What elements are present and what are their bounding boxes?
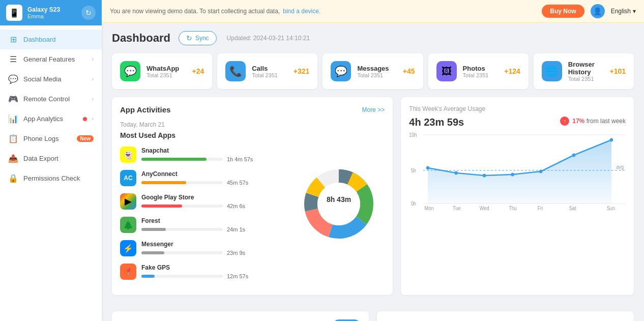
sync-icon: ↻ [186,34,192,42]
sidebar-item-label: Data Export [23,155,94,162]
permissions-icon: 🔒 [8,173,18,183]
app-bar-bg [141,275,223,278]
svg-text:5h: 5h [411,168,416,173]
app-bar-bg [141,228,223,231]
buy-now-button[interactable]: Buy Now [542,5,584,18]
stat-total: Total 2351 [252,72,287,78]
stat-card-calls: 📞 Calls Total 2351 +321 [217,53,317,89]
list-item: 🌲 Forest 24m 1s [120,217,283,233]
sidebar-item-social[interactable]: 💬 Social Media › [0,69,102,89]
snapchat-icon: 👻 [120,147,136,163]
svg-text:Tue: Tue [453,206,461,211]
sidebar: 📱 Galaxy S23 Emma ↻ ⊞ Dashboard ☰ Genera… [0,0,102,321]
weekly-time: 4h 23m 59s [409,116,464,128]
app-bar-wrap: 1h 4m 57s [141,156,283,162]
svg-text:8h 43m: 8h 43m [327,195,351,203]
chevron-down-icon: ▾ [633,8,636,15]
stat-delta: +124 [504,67,520,75]
app-bar-bg [141,251,223,254]
device-name: Galaxy S23 [27,6,60,13]
main-content: You are now viewing demo data. To start … [102,0,644,321]
activities-more-link[interactable]: More >> [362,106,385,113]
stat-delta: +101 [609,67,626,75]
app-bar-fill [141,205,182,208]
app-bar-bg [141,158,223,161]
app-time: 24m 1s [227,226,245,232]
app-bar-fill [141,228,166,231]
list-item: 👻 Snapchat 1h 4m 57s [120,147,283,163]
svg-text:Thu: Thu [509,206,517,211]
app-bar-fill [141,158,207,161]
device-info: Galaxy S23 Emma [27,6,60,19]
bind-device-link[interactable]: bind a device. [283,8,320,15]
sidebar-item-dashboard[interactable]: ⊞ Dashboard [0,30,102,49]
app-bar-bg [141,205,223,208]
app-bar-fill [141,275,155,278]
list-item: AC AnyConnect 45m 57s [120,170,283,186]
app-bar-bg [141,181,223,184]
app-name: Messenger [141,241,283,248]
stat-info-whatsapp: WhatsApp Total 2351 [147,65,186,78]
language-selector[interactable]: English ▾ [611,8,636,15]
app-time: 12m 57s [227,273,248,279]
app-item-details: Snapchat 1h 4m 57s [141,147,283,162]
stat-total: Total 2351 [568,76,604,82]
stat-info-messages: Messages Total 2351 [357,65,396,78]
stat-info-browser: Browser History Total 2351 [568,61,604,82]
svg-text:0h: 0h [411,201,416,207]
messages-icon: 💬 [331,61,351,81]
activities-title: App Activities [120,105,170,114]
app-activities-section: App Activities More >> Today, March 21 M… [112,97,393,295]
device-user: Emma [27,13,60,19]
app-bar-wrap: 24m 1s [141,226,283,232]
sidebar-item-phonelogs[interactable]: 📋 Phone Logs New [0,129,102,149]
stat-card-browser: 🌐 Browser History Total 2351 +101 [534,53,634,89]
sync-header-icon[interactable]: ↻ [81,6,96,20]
stat-delta: +24 [192,67,204,75]
stat-card-messages: 💬 Messages Total 2351 +45 [323,53,423,89]
demo-message-text: You are now viewing demo data. To start … [110,8,280,15]
stat-card-whatsapp: 💬 WhatsApp Total 2351 +24 [112,53,212,89]
activities-content: Today, March 21 Most Used Apps 👻 Snapcha… [120,121,385,287]
sync-button[interactable]: ↻ Sync [179,31,217,45]
svg-point-20 [539,170,542,173]
location-card: Last Known Location Sync [112,311,369,321]
change-text: 17% from last week [572,118,626,125]
app-item-details: Fake GPS 12m 57s [141,264,283,279]
svg-point-18 [483,174,486,178]
app-date: Today, March 21 [120,121,283,128]
topbar: You are now viewing demo data. To start … [102,0,644,23]
svg-text:Mon: Mon [425,206,434,211]
stat-name: WhatsApp [147,65,186,72]
sidebar-item-remote[interactable]: 🎮 Remote Control › [0,89,102,109]
weekly-chart: 10h 5h 0h avg [409,130,626,211]
stat-name: Browser History [568,61,604,76]
app-time: 42m 6s [227,203,245,209]
sidebar-item-analytics[interactable]: 📊 App Analytics › [0,109,102,129]
playstore-icon: ▶ [120,193,136,210]
app-time: 1h 4m 57s [227,156,253,162]
donut-chart: 8h 43m [293,121,385,287]
sidebar-item-permissions[interactable]: 🔒 Permissions Check [0,168,102,188]
stat-name: Messages [357,65,396,72]
app-item-details: Forest 24m 1s [141,217,283,232]
sidebar-item-label: Remote Control [23,95,87,103]
sidebar-item-general[interactable]: ☰ General Features › [0,49,102,69]
app-item-details: Messenger 23m 9s [141,241,283,256]
app-bar-wrap: 23m 9s [141,250,283,256]
sidebar-item-dataexport[interactable]: 📤 Data Export [0,149,102,168]
app-name: Snapchat [141,147,283,154]
weekly-change: ↑ 17% from last week [560,116,626,126]
app-bar-wrap: 42m 6s [141,203,283,209]
language-label: English [611,8,631,15]
photos-icon: 🖼 [436,61,457,81]
sidebar-item-label: Permissions Check [23,174,94,182]
svg-point-21 [572,154,575,157]
svg-text:Fri: Fri [538,206,543,211]
app-bar-fill [141,181,186,184]
chevron-right-icon: › [92,96,94,102]
svg-text:Sat: Sat [569,206,576,211]
app-time: 45m 57s [227,180,248,186]
topbar-message: You are now viewing demo data. To start … [110,8,320,15]
change-pct: 17% [572,118,584,125]
